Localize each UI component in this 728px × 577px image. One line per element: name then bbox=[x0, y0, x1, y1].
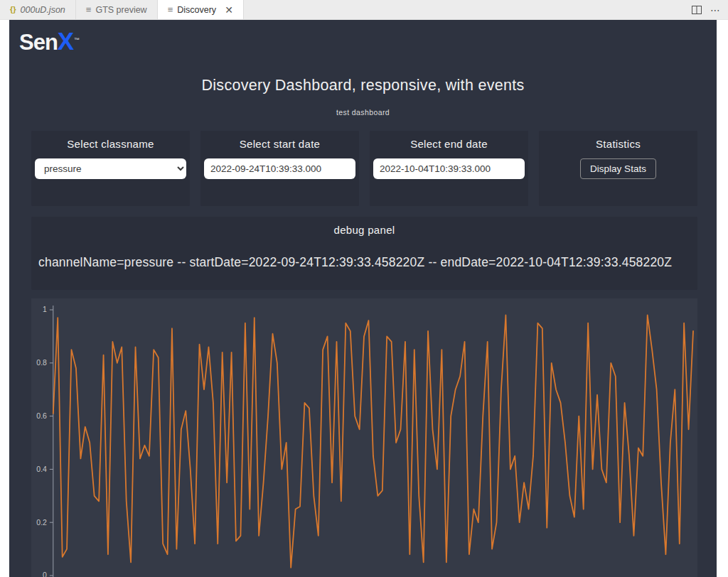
json-braces-icon: {} bbox=[10, 6, 16, 14]
y-axis-tick-label: 0.8 bbox=[36, 359, 47, 367]
end-date-input[interactable] bbox=[373, 158, 525, 179]
preview-lines-icon: ≡ bbox=[168, 5, 173, 14]
tab-json-file[interactable]: {} 000uD.json bbox=[0, 0, 76, 19]
start-date-panel-title: Select start date bbox=[204, 138, 355, 150]
more-actions-icon[interactable]: ⋯ bbox=[710, 4, 721, 16]
editor-tab-bar: {} 000uD.json ≡ GTS preview ≡ Discovery … bbox=[0, 0, 728, 20]
split-editor-icon[interactable] bbox=[692, 6, 702, 14]
preview-lines-icon: ≡ bbox=[86, 5, 92, 14]
y-axis-tick-label: 0.2 bbox=[36, 519, 47, 527]
tab-label: 000uD.json bbox=[21, 5, 65, 15]
y-axis-tick-label: 0.4 bbox=[36, 465, 47, 473]
pressure-chart-tile: 00.20.40.60.81 bbox=[31, 298, 697, 577]
classname-panel: Select classname pressure bbox=[31, 131, 190, 206]
start-date-input[interactable] bbox=[204, 158, 355, 179]
classname-select[interactable]: pressure bbox=[35, 158, 186, 179]
page-subtitle: test dashboard bbox=[9, 108, 717, 117]
logo-tm: ™ bbox=[74, 37, 79, 43]
end-date-panel-title: Select end date bbox=[373, 138, 525, 150]
tab-label: Discovery bbox=[177, 5, 216, 15]
classname-panel-title: Select classname bbox=[35, 138, 186, 150]
debug-message: channelName=pressure -- startDate=2022-0… bbox=[38, 255, 690, 270]
tab-discovery[interactable]: ≡ Discovery ✕ bbox=[158, 0, 244, 19]
close-icon[interactable]: ✕ bbox=[225, 5, 233, 15]
y-axis-tick-label: 1 bbox=[43, 306, 47, 313]
controls-row: Select classname pressure Select start d… bbox=[31, 131, 697, 206]
display-stats-button[interactable]: Display Stats bbox=[580, 158, 656, 179]
logo-x: X bbox=[58, 27, 73, 55]
y-axis-tick-label: 0 bbox=[43, 571, 47, 577]
tab-label: GTS preview bbox=[95, 5, 146, 15]
end-date-panel: Select end date bbox=[370, 131, 528, 206]
pressure-chart-svg[interactable]: 00.20.40.60.81 bbox=[33, 300, 696, 577]
pressure-series-line bbox=[53, 316, 693, 568]
statistics-panel-title: Statistics bbox=[542, 138, 694, 150]
start-date-panel: Select start date bbox=[200, 131, 359, 206]
discovery-dashboard-page: SenX™ Discovery Dashboard, responsive, w… bbox=[9, 20, 717, 577]
page-title: Discovery Dashboard, responsive, with ev… bbox=[9, 77, 717, 95]
logo-sen: Sen bbox=[19, 30, 58, 55]
debug-panel: debug panel channelName=pressure -- star… bbox=[31, 217, 697, 290]
statistics-panel: Statistics Display Stats bbox=[539, 131, 697, 206]
senx-logo: SenX™ bbox=[19, 27, 79, 55]
tab-gts-preview[interactable]: ≡ GTS preview bbox=[76, 0, 158, 19]
editor-actions: ⋯ bbox=[692, 0, 728, 19]
debug-panel-title: debug panel bbox=[38, 224, 690, 236]
y-axis-tick-label: 0.6 bbox=[36, 412, 47, 420]
